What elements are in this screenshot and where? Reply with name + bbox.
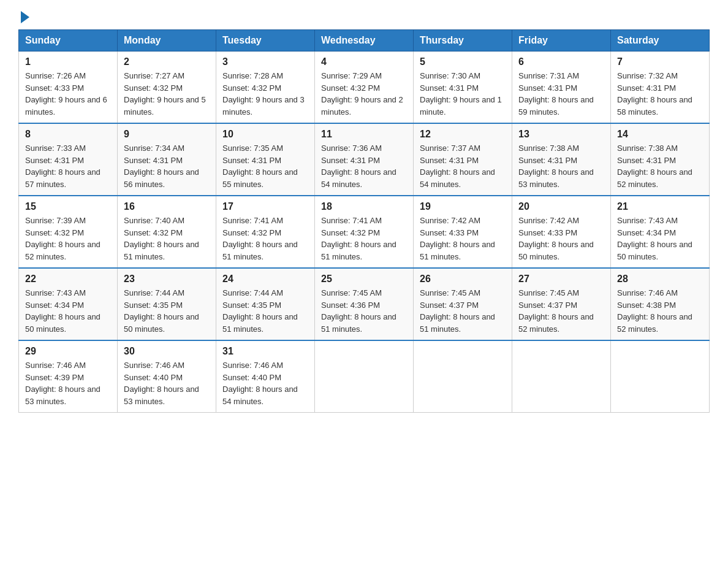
day-info: Sunrise: 7:32 AMSunset: 4:31 PMDaylight:…: [617, 70, 703, 118]
calendar-cell: 11Sunrise: 7:36 AMSunset: 4:31 PMDayligh…: [315, 123, 414, 196]
day-info: Sunrise: 7:42 AMSunset: 4:33 PMDaylight:…: [420, 215, 506, 262]
calendar-cell: 18Sunrise: 7:41 AMSunset: 4:32 PMDayligh…: [315, 196, 414, 268]
day-number: 2: [124, 56, 210, 67]
day-number: 19: [420, 201, 506, 212]
calendar-cell: 29Sunrise: 7:46 AMSunset: 4:39 PMDayligh…: [19, 340, 118, 413]
calendar-cell: 7Sunrise: 7:32 AMSunset: 4:31 PMDaylight…: [611, 52, 710, 124]
day-number: 29: [25, 346, 111, 357]
day-info: Sunrise: 7:37 AMSunset: 4:31 PMDaylight:…: [420, 142, 506, 190]
day-info: Sunrise: 7:45 AMSunset: 4:36 PMDaylight:…: [321, 287, 407, 335]
day-number: 13: [518, 129, 604, 140]
day-info: Sunrise: 7:41 AMSunset: 4:32 PMDaylight:…: [222, 215, 308, 262]
day-number: 30: [124, 346, 210, 357]
calendar-cell: 30Sunrise: 7:46 AMSunset: 4:40 PMDayligh…: [118, 340, 216, 413]
week-row-2: 8Sunrise: 7:33 AMSunset: 4:31 PMDaylight…: [19, 123, 710, 196]
calendar-cell: [315, 340, 414, 413]
day-info: Sunrise: 7:43 AMSunset: 4:34 PMDaylight:…: [25, 287, 111, 335]
day-number: 12: [420, 129, 506, 140]
day-number: 24: [222, 274, 308, 285]
calendar-cell: 17Sunrise: 7:41 AMSunset: 4:32 PMDayligh…: [216, 196, 315, 268]
calendar-cell: 19Sunrise: 7:42 AMSunset: 4:33 PMDayligh…: [414, 196, 512, 268]
calendar-cell: 15Sunrise: 7:39 AMSunset: 4:32 PMDayligh…: [19, 196, 118, 268]
day-info: Sunrise: 7:42 AMSunset: 4:33 PMDaylight:…: [518, 215, 604, 262]
day-info: Sunrise: 7:46 AMSunset: 4:39 PMDaylight:…: [25, 359, 111, 407]
calendar-cell: 31Sunrise: 7:46 AMSunset: 4:40 PMDayligh…: [216, 340, 315, 413]
day-number: 8: [25, 129, 111, 140]
day-number: 5: [420, 56, 506, 67]
day-number: 11: [321, 129, 407, 140]
calendar-cell: 13Sunrise: 7:38 AMSunset: 4:31 PMDayligh…: [512, 123, 611, 196]
day-number: 4: [321, 56, 407, 67]
day-number: 25: [321, 274, 407, 285]
day-number: 16: [124, 201, 210, 212]
weekday-header-tuesday: Tuesday: [216, 30, 315, 52]
day-info: Sunrise: 7:38 AMSunset: 4:31 PMDaylight:…: [617, 142, 703, 190]
weekday-header-row: SundayMondayTuesdayWednesdayThursdayFrid…: [19, 30, 710, 52]
day-number: 14: [617, 129, 703, 140]
weekday-header-monday: Monday: [118, 30, 216, 52]
day-number: 22: [25, 274, 111, 285]
calendar-cell: 27Sunrise: 7:45 AMSunset: 4:37 PMDayligh…: [512, 268, 611, 340]
day-info: Sunrise: 7:41 AMSunset: 4:32 PMDaylight:…: [321, 215, 407, 262]
day-info: Sunrise: 7:38 AMSunset: 4:31 PMDaylight:…: [518, 142, 604, 190]
day-info: Sunrise: 7:45 AMSunset: 4:37 PMDaylight:…: [518, 287, 604, 335]
day-info: Sunrise: 7:29 AMSunset: 4:32 PMDaylight:…: [321, 70, 407, 118]
weekday-header-friday: Friday: [512, 30, 611, 52]
logo-general: [18, 12, 29, 23]
day-info: Sunrise: 7:33 AMSunset: 4:31 PMDaylight:…: [25, 142, 111, 190]
calendar-cell: 2Sunrise: 7:27 AMSunset: 4:32 PMDaylight…: [118, 52, 216, 124]
day-number: 20: [518, 201, 604, 212]
calendar-cell: 6Sunrise: 7:31 AMSunset: 4:31 PMDaylight…: [512, 52, 611, 124]
calendar-table: SundayMondayTuesdayWednesdayThursdayFrid…: [18, 29, 710, 413]
day-info: Sunrise: 7:43 AMSunset: 4:34 PMDaylight:…: [617, 215, 703, 262]
day-info: Sunrise: 7:26 AMSunset: 4:33 PMDaylight:…: [25, 70, 111, 118]
calendar-cell: 3Sunrise: 7:28 AMSunset: 4:32 PMDaylight…: [216, 52, 315, 124]
calendar-cell: [414, 340, 512, 413]
day-number: 6: [518, 56, 604, 67]
day-info: Sunrise: 7:28 AMSunset: 4:32 PMDaylight:…: [222, 70, 308, 118]
calendar-cell: 16Sunrise: 7:40 AMSunset: 4:32 PMDayligh…: [118, 196, 216, 268]
calendar-cell: 23Sunrise: 7:44 AMSunset: 4:35 PMDayligh…: [118, 268, 216, 340]
calendar-cell: 8Sunrise: 7:33 AMSunset: 4:31 PMDaylight…: [19, 123, 118, 196]
calendar-cell: 14Sunrise: 7:38 AMSunset: 4:31 PMDayligh…: [611, 123, 710, 196]
week-row-5: 29Sunrise: 7:46 AMSunset: 4:39 PMDayligh…: [19, 340, 710, 413]
day-info: Sunrise: 7:35 AMSunset: 4:31 PMDaylight:…: [222, 142, 308, 190]
calendar-cell: 9Sunrise: 7:34 AMSunset: 4:31 PMDaylight…: [118, 123, 216, 196]
calendar-cell: 26Sunrise: 7:45 AMSunset: 4:37 PMDayligh…: [414, 268, 512, 340]
day-info: Sunrise: 7:30 AMSunset: 4:31 PMDaylight:…: [420, 70, 506, 118]
day-info: Sunrise: 7:45 AMSunset: 4:37 PMDaylight:…: [420, 287, 506, 335]
calendar-cell: 24Sunrise: 7:44 AMSunset: 4:35 PMDayligh…: [216, 268, 315, 340]
weekday-header-wednesday: Wednesday: [315, 30, 414, 52]
calendar-cell: 21Sunrise: 7:43 AMSunset: 4:34 PMDayligh…: [611, 196, 710, 268]
week-row-4: 22Sunrise: 7:43 AMSunset: 4:34 PMDayligh…: [19, 268, 710, 340]
calendar-cell: [611, 340, 710, 413]
calendar-cell: 5Sunrise: 7:30 AMSunset: 4:31 PMDaylight…: [414, 52, 512, 124]
calendar-cell: 10Sunrise: 7:35 AMSunset: 4:31 PMDayligh…: [216, 123, 315, 196]
logo: [18, 12, 29, 23]
day-info: Sunrise: 7:40 AMSunset: 4:32 PMDaylight:…: [124, 215, 210, 262]
day-number: 18: [321, 201, 407, 212]
weekday-header-sunday: Sunday: [19, 30, 118, 52]
logo-arrow-icon: [21, 11, 29, 23]
calendar-cell: [512, 340, 611, 413]
weekday-header-saturday: Saturday: [611, 30, 710, 52]
day-number: 23: [124, 274, 210, 285]
day-number: 7: [617, 56, 703, 67]
day-number: 10: [222, 129, 308, 140]
day-number: 15: [25, 201, 111, 212]
weekday-header-thursday: Thursday: [414, 30, 512, 52]
calendar-cell: 4Sunrise: 7:29 AMSunset: 4:32 PMDaylight…: [315, 52, 414, 124]
day-number: 9: [124, 129, 210, 140]
day-number: 31: [222, 346, 308, 357]
week-row-3: 15Sunrise: 7:39 AMSunset: 4:32 PMDayligh…: [19, 196, 710, 268]
day-number: 17: [222, 201, 308, 212]
page-header: [18, 12, 710, 23]
week-row-1: 1Sunrise: 7:26 AMSunset: 4:33 PMDaylight…: [19, 52, 710, 124]
day-number: 21: [617, 201, 703, 212]
day-number: 26: [420, 274, 506, 285]
day-number: 28: [617, 274, 703, 285]
day-info: Sunrise: 7:34 AMSunset: 4:31 PMDaylight:…: [124, 142, 210, 190]
day-info: Sunrise: 7:27 AMSunset: 4:32 PMDaylight:…: [124, 70, 210, 118]
day-info: Sunrise: 7:36 AMSunset: 4:31 PMDaylight:…: [321, 142, 407, 190]
day-info: Sunrise: 7:46 AMSunset: 4:40 PMDaylight:…: [222, 359, 308, 407]
